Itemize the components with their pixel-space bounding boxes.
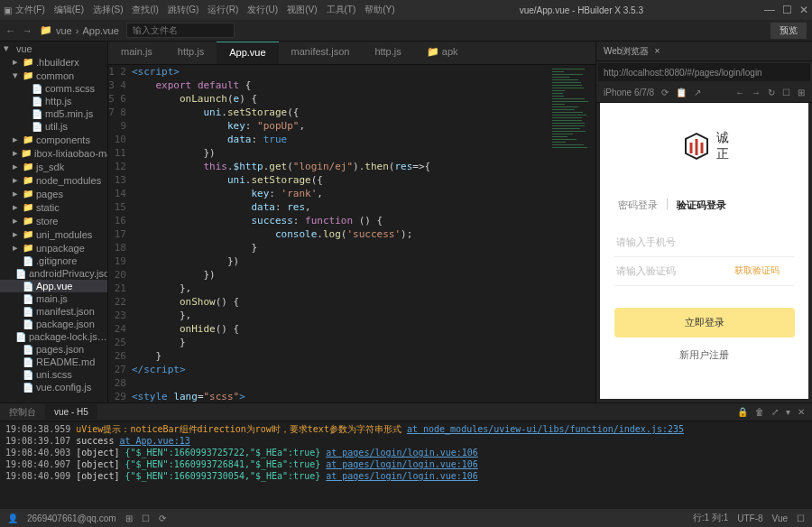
close-icon[interactable]: ✕ (799, 4, 808, 16)
tree-item[interactable]: ▸📁components (0, 133, 107, 146)
copy-icon[interactable]: 📋 (676, 88, 687, 97)
tree-item[interactable]: ▾vue (0, 42, 107, 55)
tree-item[interactable]: ▸📁js_sdk (0, 160, 107, 173)
reload-icon[interactable]: ↻ (768, 88, 775, 97)
tree-item[interactable]: 📄App.vue (0, 280, 107, 292)
menu-item[interactable]: 运行(R) (204, 2, 242, 18)
editor-tab[interactable]: http.js (165, 42, 217, 64)
code-input[interactable]: 请输入验证码 (616, 264, 676, 278)
code-editor[interactable]: 1 2 3 4 5 6 7 8 9 10 11 12 13 14 15 16 1… (108, 65, 595, 402)
status-lang[interactable]: Vue (772, 513, 788, 523)
tree-item[interactable]: 📄package-lock.js… (0, 330, 107, 343)
editor-tab[interactable]: http.js (362, 42, 413, 64)
collapse-icon[interactable]: ▾ (786, 407, 790, 417)
logo-icon (680, 130, 713, 162)
tree-item[interactable]: 📄androidPrivacy.json (0, 267, 107, 280)
breadcrumb[interactable]: 📁vue›App.vue (40, 24, 119, 36)
back-nav-icon[interactable]: ← (735, 88, 744, 97)
menu-item[interactable]: 帮助(Y) (361, 2, 398, 18)
console-tab[interactable]: 控制台 (0, 403, 45, 421)
preview-button[interactable]: 预览 (770, 23, 807, 39)
tree-item[interactable]: ▸📁store (0, 214, 107, 227)
status-pos: 行:1 列:1 (693, 512, 728, 524)
register-link[interactable]: 新用户注册 (679, 348, 729, 362)
trash-icon[interactable]: 🗑 (755, 407, 764, 417)
app-icon: ▣ (4, 5, 12, 15)
grid-icon[interactable]: ⊞ (798, 88, 805, 97)
tree-item[interactable]: 📄http.js (0, 95, 107, 107)
menu-item[interactable]: 工具(T) (323, 2, 360, 18)
pwd-login-tab[interactable]: 密码登录 (614, 199, 661, 212)
file-explorer[interactable]: ▾vue▸📁.hbuilderx▾📁common📄comm.scss📄http.… (0, 42, 108, 402)
menu-item[interactable]: 编辑(E) (51, 2, 88, 18)
tree-item[interactable]: 📄md5.min.js (0, 107, 107, 120)
minimize-icon[interactable]: — (764, 4, 775, 16)
status-sync-icon[interactable]: ☐ (797, 513, 805, 523)
tree-item[interactable]: 📄pages.json (0, 343, 107, 356)
login-button[interactable]: 立即登录 (614, 308, 795, 337)
tree-item[interactable]: 📄util.js (0, 120, 107, 133)
console-output[interactable]: 19:08:38.959 uView提示：noticeBar组件directio… (0, 421, 812, 509)
file-search-input[interactable] (126, 23, 235, 38)
tree-item[interactable]: ▸📁uni_modules (0, 227, 107, 241)
menu-item[interactable]: 文件(F) (12, 2, 49, 18)
menu-item[interactable]: 查找(I) (128, 2, 161, 18)
tree-item[interactable]: 📄vue.config.js (0, 381, 107, 393)
status-icon-2[interactable]: ☐ (142, 513, 150, 523)
tree-item[interactable]: 📄uni.scss (0, 368, 107, 381)
tab-close-icon[interactable]: × (654, 46, 660, 56)
window-title: vue/App.vue - HBuilder X 3.5.3 (399, 5, 764, 15)
tree-item[interactable]: 📄package.json (0, 318, 107, 330)
tree-item[interactable]: ▸📁node_modules (0, 173, 107, 187)
tree-item[interactable]: 📄comm.scss (0, 82, 107, 95)
maximize-icon[interactable]: ☐ (782, 4, 792, 16)
tree-item[interactable]: ▸📁ibox-lixiaobao-ma… (0, 146, 107, 160)
preview-phone: 诚正 密码登录 验证码登录 请输入手机号 请输入验证码获取验证码 立即登录 新用… (600, 103, 808, 399)
code-login-tab[interactable]: 验证码登录 (673, 199, 730, 212)
status-user[interactable]: 2669407661@qq.com (27, 513, 116, 523)
device-select[interactable]: iPhone 6/7/8 (604, 88, 654, 97)
tree-item[interactable]: 📄main.js (0, 292, 107, 305)
lock-icon[interactable]: 🔒 (737, 407, 748, 417)
tree-item[interactable]: 📄manifest.json (0, 305, 107, 318)
fwd-nav-icon[interactable]: → (752, 88, 761, 97)
editor-tabs[interactable]: main.jshttp.jsApp.vuemanifest.jsonhttp.j… (108, 42, 595, 65)
stop-icon[interactable]: ☐ (782, 88, 790, 97)
minimap[interactable] (547, 65, 595, 402)
menu-item[interactable]: 发行(U) (244, 2, 281, 18)
editor-tab[interactable]: manifest.json (279, 42, 363, 64)
editor-tab[interactable]: 📁 apk (414, 42, 471, 64)
tree-item[interactable]: 📄.gitignore (0, 254, 107, 267)
tree-item[interactable]: 📄README.md (0, 356, 107, 368)
editor-tab[interactable]: App.vue (217, 42, 278, 64)
status-enc[interactable]: UTF-8 (737, 513, 762, 523)
phone-input[interactable]: 请输入手机号 (616, 236, 676, 249)
open-icon[interactable]: ↗ (694, 88, 701, 97)
vue-h5-tab[interactable]: vue - H5 (45, 404, 97, 420)
tree-item[interactable]: ▸📁unpackage (0, 241, 107, 254)
forward-icon[interactable]: → (23, 25, 32, 36)
tree-item[interactable]: ▸📁pages (0, 187, 107, 200)
console-close-icon[interactable]: ✕ (798, 407, 805, 417)
status-icon-3[interactable]: ⟳ (159, 513, 166, 523)
preview-url-input[interactable]: http://localhost:8080/#/pages/login/logi… (598, 63, 810, 81)
menu-item[interactable]: 视图(V) (283, 2, 320, 18)
rotate-icon[interactable]: ⟳ (661, 88, 669, 97)
get-code-button[interactable]: 获取验证码 (734, 264, 793, 278)
tree-item[interactable]: ▸📁static (0, 200, 107, 214)
editor-tab[interactable]: main.js (108, 42, 165, 64)
menu-item[interactable]: 选择(S) (89, 2, 126, 18)
menu-item[interactable]: 跳转(G) (164, 2, 202, 18)
preview-tab[interactable]: Web浏览器 (604, 45, 649, 58)
status-icon-1[interactable]: ⊞ (125, 513, 133, 523)
back-icon[interactable]: ← (5, 25, 15, 36)
tree-item[interactable]: ▾📁common (0, 69, 107, 82)
user-icon: 👤 (7, 513, 18, 523)
tree-item[interactable]: ▸📁.hbuilderx (0, 55, 107, 69)
expand-icon[interactable]: ⤢ (771, 407, 779, 417)
